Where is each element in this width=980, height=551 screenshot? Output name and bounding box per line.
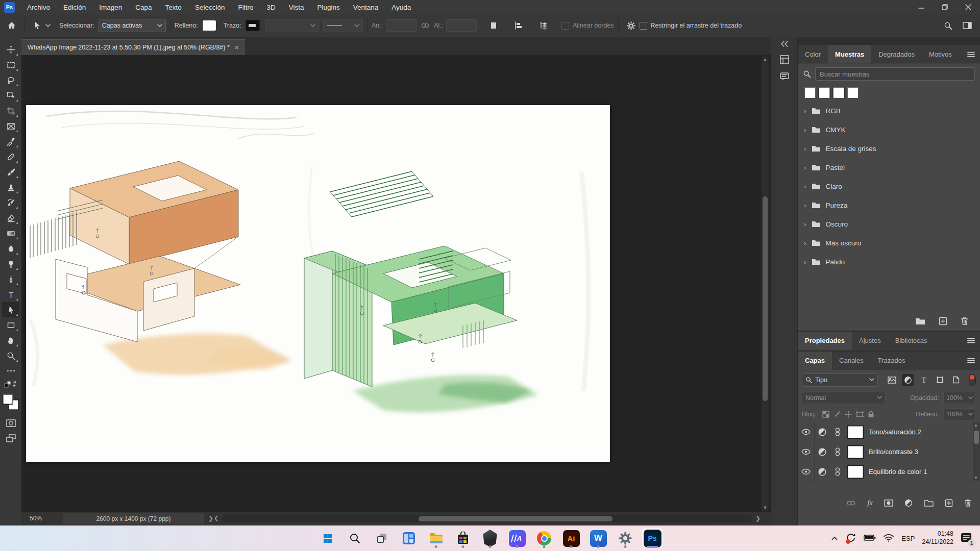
notification-center-button[interactable]: 1 — [961, 533, 972, 544]
move-tool[interactable] — [2, 42, 19, 57]
menu-seleccion[interactable]: Selección — [189, 0, 231, 14]
tab-capas[interactable]: Capas — [798, 352, 832, 370]
minimize-button[interactable] — [910, 0, 933, 14]
gear-icon[interactable] — [623, 21, 640, 30]
delete-swatch-icon[interactable] — [961, 317, 969, 325]
stroke-width-dropdown[interactable] — [265, 19, 319, 32]
move-tool-icon[interactable] — [29, 21, 45, 30]
search-icon[interactable] — [944, 21, 952, 30]
tool-preset-chevron-icon[interactable] — [45, 24, 51, 28]
swatch-group-mas-oscuro[interactable]: ›Más oscuro — [798, 234, 980, 253]
brush-tool[interactable] — [2, 164, 19, 180]
clock[interactable]: 01:48 24/11/2022 — [922, 530, 953, 546]
collapsed-panel-comments-icon[interactable] — [780, 72, 789, 81]
layer-list-scrollbar[interactable]: ▲ ▼ — [973, 422, 980, 481]
menu-edicion[interactable]: Edición — [57, 0, 92, 14]
swatch-group-rgb[interactable]: ›RGB — [798, 102, 980, 120]
swatch-group-grises[interactable]: ›Escala de grises — [798, 139, 980, 158]
layer-styles-fx-icon[interactable]: fx — [867, 498, 873, 507]
delete-layer-icon[interactable] — [964, 499, 972, 507]
tab-color[interactable]: Color — [798, 45, 828, 63]
taskbar-search-button[interactable] — [345, 528, 365, 548]
zoom-level[interactable]: 50% — [30, 515, 42, 522]
artboard[interactable] — [26, 105, 610, 462]
swatch-white[interactable] — [818, 87, 830, 99]
collapsed-panel-boards-icon[interactable] — [780, 55, 789, 64]
new-adjustment-layer-icon[interactable] — [904, 499, 913, 507]
tab-muestras[interactable]: Muestras — [828, 45, 871, 63]
gradient-tool[interactable] — [2, 226, 19, 241]
canvas-horizontal-scrollbar[interactable] — [222, 515, 752, 522]
height-input[interactable] — [446, 19, 477, 32]
scroll-left-icon[interactable]: ❮ — [214, 515, 218, 521]
clone-stamp-tool[interactable] — [2, 180, 19, 195]
panel-menu-icon[interactable] — [967, 45, 980, 63]
screen-mode-icon[interactable] — [2, 431, 19, 446]
fill-swatch[interactable] — [202, 20, 216, 31]
menu-capa[interactable]: Capa — [129, 0, 158, 14]
menu-archivo[interactable]: Archivo — [21, 0, 56, 14]
dodge-tool[interactable] — [2, 256, 19, 271]
home-icon[interactable] — [0, 21, 20, 30]
lock-all-icon[interactable] — [868, 411, 874, 418]
lock-position-icon[interactable] — [845, 411, 852, 418]
epic-games-button[interactable] — [480, 528, 500, 548]
expand-panels-icon[interactable] — [781, 41, 788, 47]
swatch-white[interactable] — [804, 87, 816, 99]
lasso-tool[interactable] — [2, 72, 19, 88]
path-selection-tool[interactable] — [2, 302, 19, 317]
wifi-tray-icon[interactable] — [883, 534, 894, 543]
hidden-icons-chevron[interactable] — [831, 535, 838, 542]
tab-degradados[interactable]: Degradados — [871, 45, 922, 63]
eyedropper-tool[interactable] — [2, 134, 19, 149]
pen-tool[interactable] — [2, 271, 19, 287]
hand-tool[interactable] — [2, 333, 19, 348]
alinear-bordes-checkbox[interactable] — [561, 22, 569, 30]
filter-type-layers-icon[interactable]: T — [918, 374, 929, 386]
zoom-tool[interactable] — [2, 348, 19, 363]
default-colors-icon[interactable] — [2, 379, 19, 391]
new-group-folder-icon[interactable] — [915, 317, 925, 325]
filter-pixel-layers-icon[interactable] — [886, 374, 898, 386]
tab-propiedades[interactable]: Propiedades — [798, 332, 852, 350]
frame-tool[interactable] — [2, 118, 19, 134]
menu-plugins[interactable]: Plugins — [311, 0, 346, 14]
canvas-vertical-scrollbar[interactable]: ▲ ▼ — [762, 56, 769, 511]
visibility-eye-icon[interactable] — [798, 422, 815, 442]
lock-artboard-icon[interactable] — [856, 411, 864, 418]
add-mask-icon[interactable] — [884, 499, 893, 507]
tab-motivos[interactable]: Motivos — [922, 45, 959, 63]
layer-mask-thumbnail[interactable] — [847, 425, 864, 439]
seleccionar-dropdown[interactable]: Capas activas — [99, 19, 166, 32]
visibility-eye-icon[interactable] — [798, 442, 815, 462]
visibility-eye-icon[interactable] — [798, 462, 815, 482]
width-input[interactable] — [386, 19, 416, 32]
align-icon[interactable] — [510, 21, 527, 30]
canvas-viewport[interactable]: ▲ ▼ — [21, 55, 771, 512]
chrome-button[interactable] — [534, 528, 554, 548]
vertical-scroll-thumb[interactable] — [763, 196, 768, 401]
menu-texto[interactable]: Texto — [159, 0, 188, 14]
type-tool[interactable]: T — [2, 287, 19, 302]
task-view-button[interactable] — [372, 528, 392, 548]
scroll-right-icon[interactable]: ❯ — [755, 515, 761, 522]
filter-adjustment-layers-icon[interactable] — [902, 374, 914, 386]
start-button[interactable] — [317, 528, 338, 548]
stroke-style-dropdown[interactable] — [323, 19, 363, 32]
tab-trazados[interactable]: Trazados — [871, 352, 913, 370]
a-app-button[interactable]: A — [507, 528, 527, 548]
blend-mode-dropdown[interactable]: Normal — [802, 392, 886, 404]
swatch-search-input[interactable] — [815, 67, 975, 81]
lock-pixels-icon[interactable] — [834, 411, 841, 418]
new-layer-icon[interactable] — [945, 499, 953, 507]
restringir-checkbox[interactable] — [640, 22, 647, 30]
panel-menu-icon[interactable] — [967, 332, 980, 350]
menu-ventana[interactable]: Ventana — [347, 0, 385, 14]
menu-vista[interactable]: Vista — [283, 0, 310, 14]
layer-row-equilibrio-color[interactable]: Equilibrio de color 1 — [798, 462, 980, 482]
swatch-group-claro[interactable]: ›Claro — [798, 177, 980, 196]
layer-scroll-thumb[interactable] — [974, 431, 979, 444]
layer-row-tono-saturacion[interactable]: Tono/saturación 2 — [798, 422, 980, 442]
layer-mask-thumbnail[interactable] — [847, 445, 864, 459]
layer-name[interactable]: Tono/saturación 2 — [866, 428, 921, 436]
